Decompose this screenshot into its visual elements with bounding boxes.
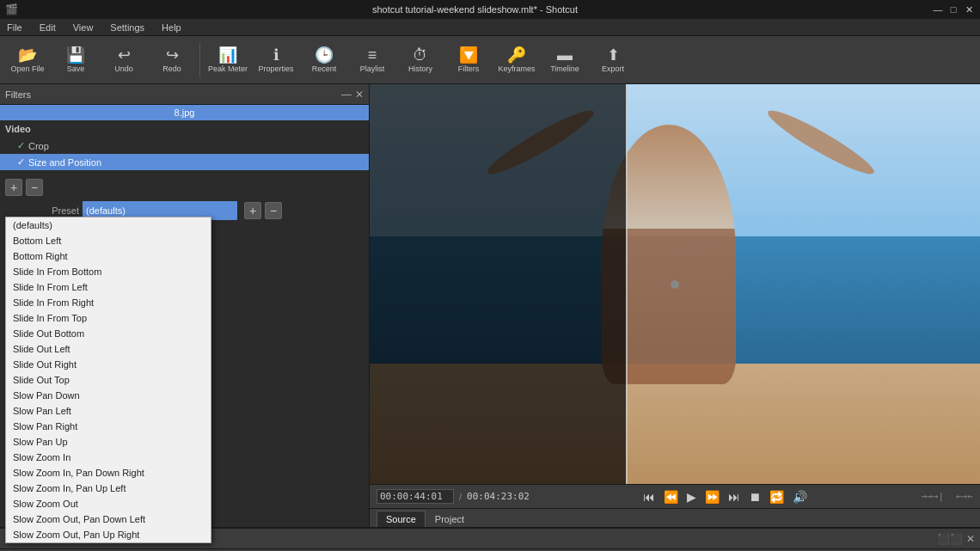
prev-prev-button[interactable]: ⏮ <box>641 490 657 504</box>
undo-icon: ↩ <box>118 47 131 63</box>
menu-view[interactable]: View <box>70 21 97 34</box>
preset-remove-button[interactable]: − <box>265 202 282 219</box>
preset-dropdown-menu: (defaults) Bottom Left Bottom Right Slid… <box>5 217 211 543</box>
properties-button[interactable]: ℹ Properties <box>254 39 298 82</box>
timeline-header-controls: ⬛⬛ ✕ <box>937 533 975 545</box>
add-filter-button[interactable]: + <box>5 179 22 196</box>
preview-center-dot <box>671 280 679 289</box>
dropdown-item-slide-out-right[interactable]: Slide Out Right <box>6 357 211 372</box>
dropdown-item-slow-pan-right[interactable]: Slow Pan Right <box>6 419 211 434</box>
filters-panel-title: Filters <box>5 89 31 100</box>
current-time-input[interactable] <box>377 489 454 504</box>
tab-source[interactable]: Source <box>377 511 426 527</box>
dropdown-item-slow-zoom-in[interactable]: Slow Zoom In <box>6 450 211 465</box>
menu-help[interactable]: Help <box>158 21 185 34</box>
filter-item-size-position[interactable]: ✓ Size and Position <box>0 154 369 170</box>
dropdown-item-slow-zoom-out-pan-dl[interactable]: Slow Zoom Out, Pan Down Left <box>6 511 211 527</box>
redo-icon: ↪ <box>166 47 179 63</box>
recent-label: Recent <box>312 64 337 73</box>
open-file-label: Open File <box>10 64 44 73</box>
dropdown-item-slow-pan-up[interactable]: Slow Pan Up <box>6 434 211 450</box>
open-file-button[interactable]: 📂 Open File <box>5 39 50 82</box>
dropdown-item-slide-bottom[interactable]: Slide In From Bottom <box>6 264 211 279</box>
source-project-tabs: Source Project <box>370 508 980 527</box>
menu-edit[interactable]: Edit <box>36 21 59 34</box>
dropdown-item-slow-zoom-in-pan-dr[interactable]: Slow Zoom In, Pan Down Right <box>6 465 211 481</box>
save-button[interactable]: 💾 Save <box>53 39 98 82</box>
dropdown-item-bottom-left[interactable]: Bottom Left <box>6 233 211 248</box>
next-frame-button[interactable]: ⏩ <box>703 490 721 504</box>
recent-button[interactable]: 🕒 Recent <box>302 39 346 82</box>
filters-section-video: Video <box>0 120 369 138</box>
filters-minimize-button[interactable]: — <box>341 89 352 101</box>
dropdown-item-slide-top[interactable]: Slide In From Top <box>6 310 211 326</box>
next-next-button[interactable]: ⏭ <box>726 490 742 504</box>
prev-frame-button[interactable]: ⏪ <box>662 490 680 504</box>
keyframes-label: Keyframes <box>498 64 535 73</box>
save-icon: 💾 <box>66 47 85 63</box>
loop-button[interactable]: 🔁 <box>768 490 786 504</box>
preview-area <box>370 84 980 484</box>
dropdown-item-top-left[interactable]: Top Left <box>6 542 211 543</box>
filter-item-crop[interactable]: ✓ Crop <box>0 138 369 154</box>
titlebar-controls: — □ ✕ <box>932 3 975 15</box>
save-label: Save <box>67 64 85 73</box>
redo-button[interactable]: ↪ Redo <box>150 39 194 82</box>
toolbar-separator-1 <box>199 43 200 77</box>
preset-add-remove: + − <box>244 202 282 219</box>
transport-right-nav2: ←→← <box>956 491 973 502</box>
dropdown-item-slow-zoom-out-pan-ur[interactable]: Slow Zoom Out, Pan Up Right <box>6 527 211 542</box>
playlist-label: Playlist <box>360 64 385 73</box>
playlist-icon: ≡ <box>368 47 377 63</box>
transport-right-nav: →→→| <box>922 491 945 502</box>
preview-crop-line <box>626 84 628 484</box>
filters-panel: Filters — ✕ 8.jpg Video ✓ Crop ✓ Size an… <box>0 84 370 527</box>
transport-separator: / <box>459 492 462 502</box>
history-label: History <box>408 64 432 73</box>
filters-header: Filters — ✕ <box>0 84 369 105</box>
preset-label: Preset <box>10 205 79 216</box>
minimize-button[interactable]: — <box>932 3 944 15</box>
volume-button[interactable]: 🔊 <box>791 490 809 504</box>
dropdown-item-slide-right[interactable]: Slide In From Right <box>6 295 211 310</box>
properties-label: Properties <box>258 64 293 73</box>
timeline-split-button[interactable]: ⬛⬛ <box>937 533 963 545</box>
filters-button[interactable]: 🔽 Filters <box>446 39 491 82</box>
timeline-button[interactable]: ▬ Timeline <box>542 39 587 82</box>
export-button[interactable]: ⬆ Export <box>591 39 635 82</box>
add-remove-row: + − <box>5 179 364 196</box>
filter-label-crop: Crop <box>28 141 49 151</box>
recent-icon: 🕒 <box>315 47 334 63</box>
undo-label: Undo <box>114 64 133 73</box>
dropdown-item-slow-pan-down[interactable]: Slow Pan Down <box>6 388 211 403</box>
peak-meter-button[interactable]: 📊 Peak Meter <box>205 39 250 82</box>
filters-close-button[interactable]: ✕ <box>355 89 364 101</box>
timeline-close-button[interactable]: ✕ <box>966 533 975 545</box>
history-button[interactable]: ⏱ History <box>398 39 443 82</box>
dropdown-item-slow-pan-left[interactable]: Slow Pan Left <box>6 403 211 419</box>
play-button[interactable]: ▶ <box>685 490 698 504</box>
menu-settings[interactable]: Settings <box>107 21 148 34</box>
dropdown-item-slow-zoom-out[interactable]: Slow Zoom Out <box>6 496 211 511</box>
main-content: Filters — ✕ 8.jpg Video ✓ Crop ✓ Size an… <box>0 84 980 527</box>
preset-area: + − Preset (defaults) + − (defaults) <box>0 174 369 519</box>
close-button[interactable]: ✕ <box>963 3 975 15</box>
dropdown-item-slide-out-top[interactable]: Slide Out Top <box>6 372 211 388</box>
keyframes-button[interactable]: 🔑 Keyframes <box>494 39 539 82</box>
menu-file[interactable]: File <box>3 21 26 34</box>
dropdown-item-slide-left[interactable]: Slide In From Left <box>6 279 211 295</box>
stop-button[interactable]: ⏹ <box>747 490 763 504</box>
dropdown-item-slide-out-bottom[interactable]: Slide Out Bottom <box>6 326 211 341</box>
dropdown-item-slow-zoom-in-pan-ul[interactable]: Slow Zoom In, Pan Up Left <box>6 481 211 496</box>
playlist-button[interactable]: ≡ Playlist <box>350 39 395 82</box>
tab-project[interactable]: Project <box>426 511 474 527</box>
undo-button[interactable]: ↩ Undo <box>101 39 146 82</box>
dropdown-item-slide-out-left[interactable]: Slide Out Left <box>6 341 211 357</box>
app-icon: 🎬 <box>5 3 18 15</box>
filter-label-size: Size and Position <box>28 157 101 168</box>
preset-add-button[interactable]: + <box>244 202 261 219</box>
remove-filter-button[interactable]: − <box>26 179 43 196</box>
dropdown-item-defaults[interactable]: (defaults) <box>6 217 211 233</box>
dropdown-item-bottom-right[interactable]: Bottom Right <box>6 248 211 264</box>
maximize-button[interactable]: □ <box>947 3 959 15</box>
